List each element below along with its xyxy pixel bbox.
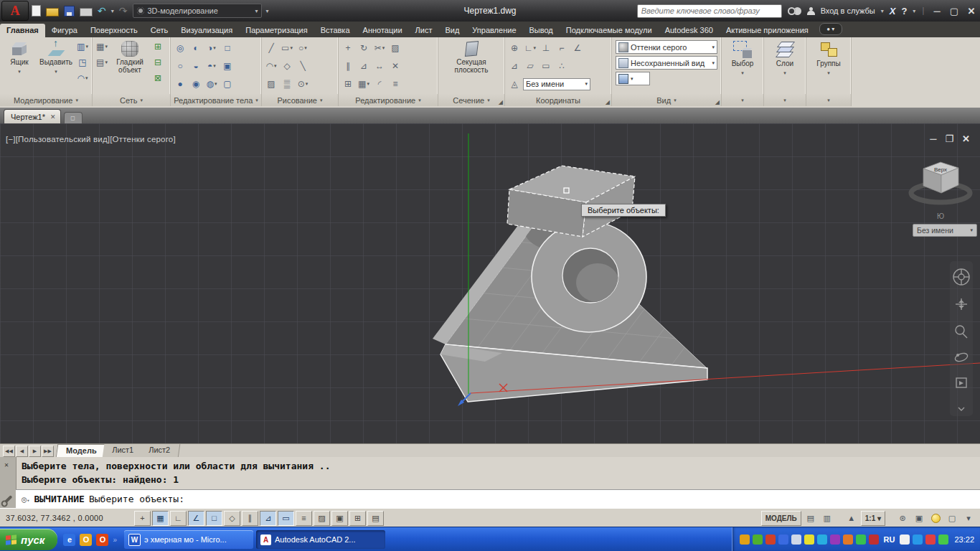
first-layout-button[interactable]: ◀◀ bbox=[3, 446, 15, 457]
line-button[interactable]: ╲ bbox=[296, 59, 310, 73]
ribbon-tab[interactable]: Вывод bbox=[523, 24, 560, 37]
groups-button[interactable]: Группы▾ bbox=[810, 39, 847, 77]
copy-button[interactable]: ∥ bbox=[341, 59, 355, 73]
document-tab[interactable]: Чертеж1* ✕ bbox=[4, 109, 61, 123]
move-button[interactable]: + bbox=[341, 41, 355, 55]
taper-faces-button[interactable]: ◍▾ bbox=[204, 77, 219, 91]
undo-dropdown-icon[interactable]: ▾ bbox=[111, 8, 114, 14]
quick-launch-icon-2[interactable]: O bbox=[80, 534, 92, 546]
annotation-scale-button[interactable]: 1:1 ▾ bbox=[861, 511, 885, 526]
trim-button[interactable]: ✂▾ bbox=[372, 41, 387, 55]
toggle-lwt[interactable]: ≡ bbox=[296, 511, 312, 526]
toggle-ortho[interactable]: ∟ bbox=[170, 511, 187, 526]
panel-caption-coordinates[interactable]: Координаты ◢ bbox=[505, 94, 611, 106]
panel-caption-draw[interactable]: Рисование▾ bbox=[262, 94, 338, 106]
close-icon[interactable]: ✕ bbox=[4, 461, 9, 468]
redo-icon[interactable]: ↷ bbox=[119, 6, 128, 16]
extrude-button[interactable]: ↑ Выдавить▾ bbox=[39, 39, 73, 75]
dialog-launcher-icon[interactable]: ◢ bbox=[606, 99, 610, 105]
smooth-object-button[interactable]: Гладкий объект bbox=[111, 39, 149, 74]
quick-view-drawings-icon[interactable]: ▥ bbox=[820, 512, 834, 525]
ucs-icon-properties-button[interactable]: ◬ bbox=[507, 77, 522, 91]
chevron-down-icon[interactable]: ▾ bbox=[881, 8, 884, 14]
tray-icon-l-1[interactable] bbox=[740, 534, 750, 545]
ribbon-tab[interactable]: Вставка bbox=[314, 24, 357, 37]
search-icon[interactable] bbox=[788, 7, 796, 15]
task-button[interactable]: AAutodesk AutoCAD 2... bbox=[256, 530, 385, 549]
plot-icon[interactable] bbox=[80, 8, 93, 17]
mesh-revolve-button[interactable]: ▤▾ bbox=[95, 55, 109, 70]
open-icon[interactable] bbox=[46, 8, 59, 17]
sweep-button[interactable]: ◠▾ bbox=[75, 71, 90, 85]
toggle-am[interactable]: ▤ bbox=[367, 511, 384, 526]
minimize-icon[interactable]: ─ bbox=[930, 133, 936, 144]
last-layout-button[interactable]: ▶▶ bbox=[42, 446, 54, 457]
quick-launch-icon-1[interactable]: e bbox=[63, 534, 75, 546]
toggle-otrack[interactable]: ∥ bbox=[242, 511, 258, 526]
dialog-launcher-icon[interactable]: ◢ bbox=[499, 99, 503, 105]
quick-launch-chevron-icon[interactable]: » bbox=[113, 536, 117, 544]
panel-caption-mesh[interactable]: Сеть▾ bbox=[93, 94, 170, 106]
ribbon-tab[interactable]: Вид bbox=[438, 24, 466, 37]
ucs-view-button[interactable]: ⌐ bbox=[555, 41, 569, 55]
tray-icon-r-1[interactable] bbox=[900, 534, 910, 545]
offset-edge-button[interactable]: ◓▾ bbox=[204, 59, 219, 73]
fillet-edge-button[interactable]: ◉ bbox=[189, 77, 203, 91]
rectangle-button[interactable]: ▭▾ bbox=[280, 41, 294, 55]
interfere-button[interactable]: □ bbox=[220, 41, 235, 55]
quick-launch-icon-3[interactable]: O bbox=[96, 534, 108, 546]
toggle-sc[interactable]: ⊞ bbox=[349, 511, 366, 526]
tray-icon-r-4[interactable] bbox=[938, 534, 948, 545]
check-button[interactable]: ▢ bbox=[220, 77, 235, 91]
workspace-switcher[interactable]: 3D-моделирование ▾ bbox=[133, 4, 262, 18]
minimize-button[interactable]: ─ bbox=[931, 6, 943, 17]
start-button[interactable]: пуск bbox=[0, 529, 57, 550]
polysolid-button[interactable]: ▥▾ bbox=[75, 39, 90, 54]
panel-caption-view[interactable]: Вид▾ ◢ bbox=[612, 94, 721, 106]
shell-button[interactable]: ▣ bbox=[220, 59, 235, 73]
ribbon-tab[interactable]: Подключаемые модули bbox=[560, 24, 659, 37]
navigation-bar[interactable] bbox=[950, 261, 973, 416]
ucs-button[interactable]: ∟▾ bbox=[523, 41, 537, 55]
ucs-object-button[interactable]: ▭ bbox=[539, 59, 553, 73]
ribbon-tab[interactable]: Управление bbox=[466, 24, 522, 37]
toolbar-lock-icon[interactable]: ▣ bbox=[912, 512, 926, 525]
ucs-world-button[interactable]: ⊕ bbox=[507, 41, 522, 55]
app-menu-button[interactable]: A bbox=[1, 1, 29, 21]
union-button[interactable]: ◎ bbox=[173, 41, 187, 55]
section-plane-button[interactable]: Секущая плоскость bbox=[446, 39, 497, 74]
erase-button[interactable]: ▨ bbox=[388, 41, 402, 55]
clean-screen-icon[interactable]: ▢ bbox=[945, 512, 959, 525]
tray-icon-l-10[interactable] bbox=[856, 534, 866, 545]
named-view-combo[interactable]: Несохраненный вид ▾ bbox=[616, 56, 717, 70]
toggle-osnap[interactable]: □ bbox=[206, 511, 222, 526]
wrench-icon[interactable] bbox=[4, 495, 12, 504]
ribbon-tab[interactable]: Визуализация bbox=[174, 24, 239, 37]
panel-caption-section[interactable]: Сечение▾ ◢ bbox=[438, 94, 504, 106]
presspull-button[interactable]: ◳ bbox=[75, 55, 90, 70]
ribbon-tab[interactable]: Параметризация bbox=[239, 24, 314, 37]
rotate-button[interactable]: ↻ bbox=[357, 41, 371, 55]
help-icon[interactable]: ? bbox=[901, 6, 907, 17]
document-tab-stub[interactable]: ◻ bbox=[64, 112, 83, 123]
subtract-button[interactable]: ○ bbox=[173, 59, 187, 73]
chevron-down-icon[interactable]: ▾ bbox=[913, 8, 915, 14]
model-space-button[interactable]: МОДЕЛЬ bbox=[761, 511, 801, 526]
save-icon[interactable] bbox=[64, 6, 75, 17]
array-button[interactable]: ▦▾ bbox=[357, 77, 371, 91]
language-indicator[interactable]: RU bbox=[884, 535, 895, 544]
ucs-face-button[interactable]: ▱ bbox=[523, 59, 537, 73]
ucs-3point-button[interactable]: ∴ bbox=[555, 59, 569, 73]
ribbon-tab[interactable]: Фигура bbox=[45, 24, 84, 37]
offset-button[interactable]: ≡ bbox=[388, 77, 402, 91]
stretch-button[interactable]: ↔ bbox=[372, 59, 387, 73]
mirror-button[interactable]: ⊿ bbox=[357, 59, 371, 73]
recent-commands-icon[interactable]: ◎▾ bbox=[22, 494, 29, 504]
circle-button[interactable]: ○▾ bbox=[296, 41, 310, 55]
viewport-canvas[interactable]: Верх Ю bbox=[0, 123, 980, 443]
ribbon-minimize-button[interactable]: ● ▾ bbox=[819, 23, 842, 35]
ribbon-tab[interactable]: Аннотации bbox=[357, 24, 409, 37]
toggle-polar[interactable]: ∠ bbox=[188, 511, 204, 526]
fillet-button[interactable]: ◜ bbox=[372, 77, 387, 91]
annotation-visibility-icon[interactable]: ▲ bbox=[844, 512, 859, 525]
